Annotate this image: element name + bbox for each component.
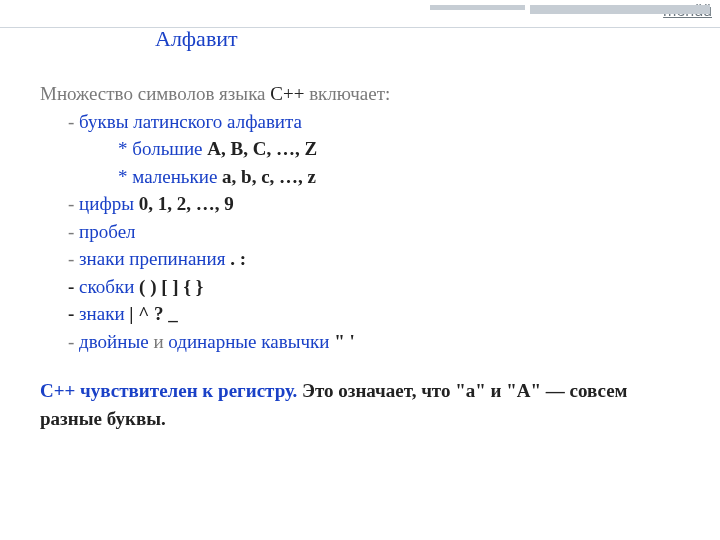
item-brackets: - скобки ( ) [ ] { }	[40, 273, 690, 301]
intro-text-after: включает:	[304, 83, 390, 104]
dash: -	[68, 193, 79, 214]
text-digit-values: 0, 1, 2, …, 9	[134, 193, 234, 214]
text-latin: буквы латинского алфавита	[79, 111, 302, 132]
text-bracket-values: ( ) [ ] { }	[134, 276, 203, 297]
text-big-prefix: * большие	[118, 138, 203, 159]
top-bar: menüü	[0, 0, 720, 28]
dash: -	[68, 276, 79, 297]
note: C++ чувствителен к регистру. Это означае…	[40, 377, 690, 432]
text-big-letters: A, B, C, …, Z	[203, 138, 318, 159]
item-digits: - цифры 0, 1, 2, …, 9	[40, 190, 690, 218]
text-brackets: скобки	[79, 276, 134, 297]
item-big: * большие A, B, C, …, Z	[40, 135, 690, 163]
text-quote-values: " '	[329, 331, 354, 352]
text-quotes-2: одинарные кавычки	[168, 331, 329, 352]
page-title: Алфавит	[155, 26, 238, 52]
dash: -	[68, 111, 79, 132]
text-punct-values: . :	[225, 248, 246, 269]
intro-cpp: С++	[270, 83, 304, 104]
text-small-letters: a, b, c, …, z	[217, 166, 316, 187]
menu-link[interactable]: menüü	[663, 2, 712, 20]
item-signs: - знаки | ^ ? _	[40, 300, 690, 328]
dash: -	[68, 303, 79, 324]
item-latin: - буквы латинского алфавита	[40, 108, 690, 136]
content: Множество символов языка С++ включает: -…	[40, 80, 690, 433]
item-quotes: - двойные и одинарные кавычки " '	[40, 328, 690, 356]
text-punct: знаки препинания	[79, 248, 225, 269]
text-digits: цифры	[79, 193, 134, 214]
note-emphasis: C++ чувствителен к регистру.	[40, 380, 297, 401]
intro-line: Множество символов языка С++ включает:	[40, 80, 690, 108]
dash: -	[68, 331, 79, 352]
text-space: пробел	[79, 221, 136, 242]
text-quotes-1: двойные	[79, 331, 149, 352]
text-quotes-and: и	[149, 331, 169, 352]
item-space: - пробел	[40, 218, 690, 246]
text-small-prefix: * маленькие	[118, 166, 217, 187]
item-small: * маленькие a, b, c, …, z	[40, 163, 690, 191]
text-signs: знаки	[79, 303, 125, 324]
item-punct: - знаки препинания . :	[40, 245, 690, 273]
text-sign-values: | ^ ? _	[125, 303, 178, 324]
dash: -	[68, 248, 79, 269]
dash: -	[68, 221, 79, 242]
intro-text-gray: Множество символов языка	[40, 83, 270, 104]
